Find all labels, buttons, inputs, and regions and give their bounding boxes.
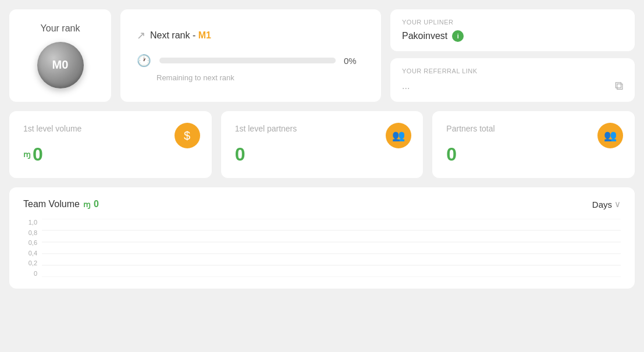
page-wrapper: Your rank M0 ↗ Next rank - M1 🕐 0% Remai… — [0, 0, 644, 352]
next-rank-card: ↗ Next rank - M1 🕐 0% Remaining to next … — [120, 9, 381, 102]
next-rank-value: M1 — [198, 30, 211, 40]
team-volume-title: Team Volume ɱ 0 — [23, 199, 99, 209]
days-label: Days — [592, 200, 612, 209]
team-volume-header: Team Volume ɱ 0 Days ∨ — [23, 199, 621, 209]
remaining-label: Remaining to next rank — [156, 73, 365, 82]
referral-dots: ... — [402, 81, 410, 91]
stats-row: $ 1st level volume ɱ 0 👥 1st level partn… — [9, 111, 635, 178]
referral-row: ... ⧉ — [402, 79, 623, 93]
trend-icon: ↗ — [137, 29, 145, 42]
y-label-5: 0 — [34, 270, 37, 277]
rank-title: Your rank — [41, 23, 80, 34]
stat-value-row-partners-total: 0 — [446, 144, 621, 165]
upliner-subtitle: YOUR UPLINER — [402, 19, 623, 26]
y-label-4: 0,2 — [29, 259, 37, 266]
info-icon[interactable]: i — [452, 30, 464, 42]
days-dropdown[interactable]: Days ∨ — [592, 199, 621, 209]
stat-value-row-volume: ɱ 0 — [23, 144, 198, 165]
stat-value-row-partners1: 0 — [235, 144, 410, 165]
team-volume-section: Team Volume ɱ 0 Days ∨ 1,0 0,8 0,6 0,4 0… — [9, 187, 635, 289]
rank-card: Your rank M0 — [9, 9, 111, 102]
tv-value: 0 — [94, 199, 99, 209]
rank-badge: M0 — [37, 42, 84, 88]
chevron-down-icon: ∨ — [614, 199, 621, 209]
y-label-1: 0,8 — [29, 229, 37, 236]
stat-title-partners-total: Partners total — [446, 124, 621, 133]
partners-total-icon: 👥 — [597, 123, 623, 148]
stat-title-partners1: 1st level partners — [235, 124, 410, 133]
currency-icon-volume: ɱ — [23, 150, 30, 159]
y-label-2: 0,6 — [29, 239, 37, 246]
clock-icon: 🕐 — [137, 54, 151, 67]
right-cards: YOUR UPLINER Pakoinvest i YOUR REFERRAL … — [390, 9, 635, 102]
next-rank-header: ↗ Next rank - M1 — [137, 29, 365, 42]
y-axis: 1,0 0,8 0,6 0,4 0,2 0 — [23, 219, 40, 277]
stat-value-partners1: 0 — [235, 144, 245, 165]
stat-card-partners1: 👥 1st level partners 0 — [221, 111, 424, 178]
progress-pct: 0% — [344, 56, 365, 66]
stat-card-volume: $ 1st level volume ɱ 0 — [9, 111, 212, 178]
chart-area: 1,0 0,8 0,6 0,4 0,2 0 — [23, 219, 621, 277]
stat-value-partners-total: 0 — [446, 144, 457, 165]
upliner-value: Pakoinvest i — [402, 30, 623, 42]
referral-subtitle: YOUR REFERRAL LINK — [402, 67, 623, 74]
y-label-3: 0,4 — [29, 250, 37, 257]
upliner-name: Pakoinvest — [402, 31, 447, 41]
stat-card-partners-total: 👥 Partners total 0 — [432, 111, 635, 178]
tv-currency-icon: ɱ — [83, 200, 90, 209]
tv-title-text: Team Volume — [23, 199, 80, 209]
chart-svg — [42, 219, 621, 277]
upliner-card: YOUR UPLINER Pakoinvest i — [390, 9, 635, 51]
top-row: Your rank M0 ↗ Next rank - M1 🕐 0% Remai… — [9, 9, 635, 102]
y-label-0: 1,0 — [29, 219, 37, 226]
dollar-icon: $ — [175, 123, 200, 148]
chart-inner — [42, 219, 621, 277]
progress-bar-bg — [159, 58, 336, 63]
referral-card: YOUR REFERRAL LINK ... ⧉ — [390, 58, 635, 102]
stat-title-volume: 1st level volume — [23, 124, 198, 133]
progress-row: 🕐 0% — [137, 54, 365, 67]
copy-icon[interactable]: ⧉ — [615, 79, 623, 93]
next-rank-label: Next rank - M1 — [150, 30, 211, 41]
stat-value-volume: 0 — [33, 144, 43, 165]
